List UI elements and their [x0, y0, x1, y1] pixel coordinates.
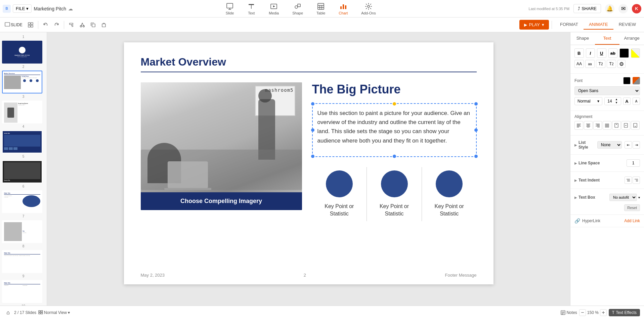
slide-thumb-6[interactable]: Slide Title • Point one text here...• Po…: [2, 190, 42, 213]
toolbar-addons[interactable]: Add-Ons: [358, 1, 378, 16]
notification-icon[interactable]: 🔔: [605, 4, 614, 13]
text-box-autofit-select[interactable]: No autofit: [609, 194, 637, 201]
handle-bl[interactable]: [311, 155, 314, 158]
toolbar-media[interactable]: Media: [266, 1, 282, 16]
rp-tab-text[interactable]: Text: [595, 32, 619, 45]
toolbar-chart[interactable]: Chart: [336, 1, 350, 16]
home-button[interactable]: ⌂: [4, 309, 12, 317]
lowercase-button[interactable]: aa: [585, 60, 595, 68]
font-size-up[interactable]: ▲: [615, 98, 618, 101]
uppercase-button[interactable]: AA: [574, 60, 584, 68]
text-settings-button[interactable]: ⚙: [617, 60, 626, 68]
text-effects-button[interactable]: T Text Effects: [609, 309, 640, 316]
alignment-label: Alignment: [574, 114, 592, 119]
decrease-font-button[interactable]: A: [633, 97, 640, 105]
tab-format[interactable]: FORMAT: [555, 20, 584, 30]
play-button[interactable]: ▶ PLAY ▾: [519, 20, 549, 30]
svg-point-17: [368, 5, 370, 7]
paint-format-btn[interactable]: [67, 21, 76, 29]
align-bottom-button[interactable]: [631, 121, 640, 130]
list-indent-increase[interactable]: ⇥: [633, 141, 640, 149]
text-box-selected[interactable]: Use this section to paint a picture for …: [312, 103, 477, 157]
align-justify-button[interactable]: [603, 121, 611, 130]
color-picker-button[interactable]: [633, 77, 640, 84]
line-space-label: Line Space: [578, 161, 600, 165]
file-menu[interactable]: FILE ▾: [13, 4, 32, 13]
tab-review[interactable]: REVIEW: [613, 20, 641, 30]
zoom-out-button[interactable]: −: [579, 309, 586, 316]
align-center-button[interactable]: [584, 121, 593, 130]
zoom-in-button[interactable]: +: [600, 309, 607, 316]
indent-decrease-button[interactable]: [625, 176, 632, 184]
align-middle-button[interactable]: [621, 121, 630, 130]
slide-thumb-5[interactable]: Section Title: [2, 160, 42, 183]
align-left-button[interactable]: [574, 121, 583, 130]
toolbar-shape[interactable]: Shape: [290, 1, 306, 16]
handle-tl[interactable]: [311, 102, 314, 106]
rp-tab-shape[interactable]: Shape: [570, 32, 595, 45]
slide-thumb-1[interactable]: MARKETING PITCH Your Company Name: [2, 41, 42, 64]
list-indent-decrease[interactable]: ⇤: [625, 141, 632, 149]
font-size-down[interactable]: ▼: [615, 101, 618, 105]
strikethrough-button[interactable]: ab: [608, 48, 618, 58]
superscript-button[interactable]: T2: [596, 60, 605, 68]
undo-btn[interactable]: [41, 21, 50, 29]
handle-bm[interactable]: [393, 155, 396, 158]
indent-increase-button[interactable]: [633, 176, 640, 184]
align-right-button[interactable]: [593, 121, 602, 130]
handle-mr[interactable]: [474, 128, 478, 132]
handle-tr[interactable]: [474, 102, 478, 106]
handle-ml[interactable]: [311, 128, 314, 132]
mail-icon[interactable]: ✉: [618, 4, 628, 13]
slide-btn[interactable]: SLIDE: [3, 21, 25, 29]
list-style-select[interactable]: None: [597, 141, 622, 149]
play-dropdown-icon: ▾: [542, 22, 544, 27]
slide-thumb-4[interactable]: slide title: [2, 130, 42, 153]
font-color-button[interactable]: [619, 48, 629, 58]
normal-view-button[interactable]: Normal View ▾: [38, 310, 70, 315]
user-avatar[interactable]: K: [632, 4, 641, 13]
handle-top-center[interactable]: [393, 102, 396, 106]
handle-br[interactable]: [474, 155, 478, 158]
toolbar-table[interactable]: Table: [314, 1, 328, 16]
text-indent-expand[interactable]: ▶ Text Indent: [574, 175, 640, 185]
notes-button[interactable]: Notes: [561, 310, 577, 315]
subscript-button[interactable]: T2: [607, 60, 616, 68]
chevron-icon: ▾: [597, 99, 599, 104]
toolbar-slide[interactable]: Slide: [223, 1, 237, 16]
font-style-select[interactable]: Normal ▾: [574, 97, 602, 105]
add-link-button[interactable]: Add Link: [624, 218, 640, 223]
font-size-input[interactable]: [605, 97, 615, 105]
font-color-swatch[interactable]: [623, 77, 631, 84]
slide-thumb-8[interactable]: Slide Title Some body text here. Some mo…: [2, 250, 42, 273]
font-family-select[interactable]: Open Sans: [574, 86, 640, 95]
slide-thumb-9[interactable]: Slide Title Content left Content right: [2, 280, 42, 303]
rp-aa-row: AA aa T2 T2 ⚙: [574, 60, 640, 68]
text-box-expand[interactable]: ▶ Text Box No autofit ▾: [574, 192, 640, 202]
line-space-input[interactable]: [627, 159, 640, 167]
rp-indent-section: ▶ Text Indent: [570, 172, 644, 189]
redo-btn[interactable]: [52, 21, 61, 29]
list-style-expand[interactable]: ▶ List Style None ⇤ ⇥: [574, 139, 640, 151]
share-button[interactable]: ⤴ SHARE: [573, 4, 601, 13]
rp-tab-arrange[interactable]: Arrange: [619, 32, 644, 45]
textbox-expand-arrow: ▶: [574, 196, 577, 199]
increase-font-button[interactable]: A: [623, 97, 631, 105]
italic-button[interactable]: I: [586, 48, 595, 58]
last-modified: Last modified at 5:35 PM: [529, 7, 570, 11]
slide-thumb-3[interactable]: Inspiring Quote "Quote text here...": [2, 101, 42, 123]
slide-thumb-2[interactable]: Market Overview The Big Picture Use this…: [2, 71, 42, 93]
line-space-expand[interactable]: ▶ Line Space: [574, 158, 640, 168]
slide-thumb-7[interactable]: TitleContent text...: [2, 220, 42, 243]
bold-button[interactable]: B: [574, 48, 584, 58]
underline-button[interactable]: U: [597, 48, 606, 58]
copy-btn[interactable]: [88, 21, 98, 29]
align-top-button[interactable]: [612, 121, 621, 130]
layout-btn[interactable]: [26, 21, 35, 29]
paste-btn[interactable]: [99, 21, 109, 29]
cut-btn[interactable]: [78, 21, 87, 29]
highlight-color-button[interactable]: [631, 48, 640, 58]
reset-button[interactable]: Reset: [624, 204, 640, 211]
tab-animate[interactable]: ANIMATE: [584, 20, 613, 30]
toolbar-text[interactable]: Text: [245, 1, 258, 16]
